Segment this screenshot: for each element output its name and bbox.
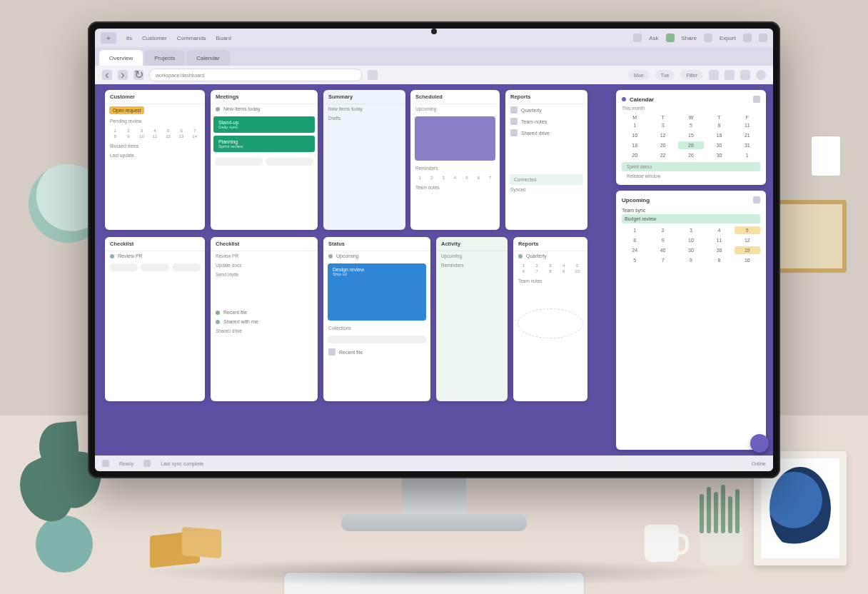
status-block-sub: Ship v2 <box>333 272 421 276</box>
card-backlog-left[interactable]: Checklist Review PR <box>105 237 205 401</box>
card-reports[interactable]: Reports Quarterly Team notes Shared driv… <box>505 90 587 230</box>
meeting-planning-sub: Sprint review <box>218 144 310 148</box>
toolbar-chip-1[interactable]: Mon <box>628 70 650 80</box>
chk-r1[interactable]: Recent file <box>211 308 318 317</box>
title-item-2[interactable]: Commands <box>177 35 206 41</box>
title-right-2[interactable]: Export <box>720 35 736 41</box>
bell-icon[interactable] <box>704 34 712 42</box>
activity-l1: Upcoming <box>436 251 508 261</box>
status-block[interactable]: Design review Ship v2 <box>328 263 426 321</box>
tab-calendar[interactable]: Calendar <box>186 50 229 66</box>
card-extra-title: Reports <box>513 237 587 251</box>
calendar-icon <box>622 97 626 101</box>
nav-fwd-icon[interactable]: › <box>118 70 128 80</box>
card-activity[interactable]: Activity Upcoming Reminders <box>436 237 508 401</box>
calendar-grid-2[interactable]: 12345 89101112 2440303819 579810 <box>622 226 760 264</box>
card-status-title: Status <box>323 237 430 251</box>
address-field[interactable]: workspace/dashboard <box>149 69 362 81</box>
menu-icon[interactable] <box>740 70 750 80</box>
toolbar-chip-3[interactable]: Filter <box>680 70 703 80</box>
card-scheduled-title: Scheduled <box>410 90 500 104</box>
fab-add-button[interactable] <box>750 434 769 453</box>
avatar-icon[interactable] <box>756 70 766 80</box>
card-extra[interactable]: Reports Quarterly 12345 678910 Team note… <box>513 237 587 401</box>
activity-l2: Reminders <box>436 261 508 270</box>
mini-calendar-3[interactable]: 12345 678910 <box>513 261 587 276</box>
mini-calendar-2[interactable]: 1234567 <box>410 173 500 183</box>
progress-ring <box>518 308 583 338</box>
nav-back-icon[interactable]: ‹ <box>102 70 112 80</box>
scheduled-l1: Upcoming <box>410 104 500 114</box>
meeting-standup[interactable]: Stand-up Daily sync <box>213 116 315 133</box>
tab-overview-label: Overview <box>109 55 133 61</box>
bl-row1[interactable]: Review PR <box>105 251 205 261</box>
card-summary-title: Summary <box>323 90 405 104</box>
title-right-0[interactable]: Ask <box>649 35 658 41</box>
folder-icon <box>510 118 518 125</box>
title-right-1[interactable]: Share <box>682 35 697 41</box>
chk-foot: Shared drive <box>211 326 318 336</box>
upcoming-r2[interactable]: Budget review <box>622 214 760 223</box>
cal-note-1[interactable]: Sprint demo <box>622 162 760 171</box>
card-backlog-left-title: Checklist <box>105 237 205 251</box>
tab-projects[interactable]: Projects <box>144 50 185 66</box>
plant-right <box>690 487 754 565</box>
toolbar-chip-2[interactable]: Tue <box>655 70 675 80</box>
chk-l2: Update docs <box>211 261 318 270</box>
card-customer-line1: Pending review <box>105 116 205 126</box>
card-checklist[interactable]: Checklist Review PR Update docs Send inv… <box>211 237 318 401</box>
meetings-pill-2[interactable] <box>266 158 313 166</box>
chk-l3: Send invite <box>211 270 318 279</box>
mini-calendar-1[interactable]: 1234567 891011121314 <box>105 126 205 141</box>
right-sidebar: Calendar This month MTWTF 135811 1012151… <box>616 90 766 450</box>
bl-pill2[interactable] <box>141 263 169 271</box>
gear-icon[interactable] <box>743 34 752 42</box>
calendar-weekdays: MTWTF <box>622 114 760 121</box>
meeting-planning-title: Planning <box>218 139 310 144</box>
app-screen: + its Customer Commands Board Ask Share … <box>95 29 773 471</box>
summary-l1: New items today <box>323 104 405 114</box>
title-item-1[interactable]: Customer <box>142 35 167 41</box>
card-customer[interactable]: Customer Open request Pending review 123… <box>105 90 205 230</box>
upcoming-card[interactable]: Upcoming Team sync Budget review 12345 8… <box>616 191 766 450</box>
user-icon[interactable] <box>666 34 675 42</box>
footer-f3: Online <box>752 461 766 466</box>
chk-l1: Review PR <box>211 251 318 261</box>
wall-note <box>811 136 841 176</box>
summary-l2: Drafts <box>323 114 405 123</box>
dashboard-canvas: Customer Open request Pending review 123… <box>95 84 773 471</box>
title-item-3[interactable]: Board <box>216 35 231 41</box>
toolbar: ‹ › ↻ workspace/dashboard Mon Tue Filter <box>95 66 773 84</box>
bl-pill1[interactable] <box>109 263 138 271</box>
upcoming-menu-icon[interactable] <box>753 196 760 203</box>
close-icon[interactable] <box>759 34 767 42</box>
chk-r2[interactable]: Shared with me <box>211 317 318 326</box>
extra-l1: Team notes <box>513 276 587 286</box>
new-tab-button[interactable]: + <box>101 32 116 44</box>
status-r2[interactable]: Recent file <box>323 346 430 358</box>
meetings-pill-1[interactable] <box>215 158 263 166</box>
reload-icon[interactable]: ↻ <box>133 70 143 80</box>
sync-icon <box>143 460 151 467</box>
reports-row2: Team notes <box>505 116 587 127</box>
calendar-menu-icon[interactable] <box>753 96 760 103</box>
window-titlebar: + its Customer Commands Board Ask Share … <box>95 29 773 47</box>
grid-icon[interactable] <box>709 70 719 80</box>
title-action-1[interactable] <box>633 34 642 42</box>
status-pill[interactable] <box>328 336 426 343</box>
calendar-grid-1[interactable]: 135811 1012151821 1820283031 202226301 <box>622 121 760 159</box>
calendar-card[interactable]: Calendar This month MTWTF 135811 1012151… <box>616 90 766 185</box>
card-status[interactable]: Status Upcoming Design review Ship v2 Co… <box>323 237 430 401</box>
meeting-planning[interactable]: Planning Sprint review <box>213 136 315 152</box>
more-icon[interactable] <box>725 70 735 80</box>
chip-open-request[interactable]: Open request <box>109 106 144 114</box>
card-summary[interactable]: Summary New items today Drafts <box>323 90 405 230</box>
refresh-icon[interactable] <box>368 70 378 80</box>
bl-pill3[interactable] <box>172 263 201 271</box>
card-scheduled[interactable]: Scheduled Upcoming Reminders 1234567 Tea… <box>410 90 500 230</box>
tab-overview[interactable]: Overview <box>99 50 143 66</box>
scheduled-l3: Team notes <box>410 183 500 192</box>
card-meetings[interactable]: Meetings New items today Stand-up Daily … <box>211 90 318 230</box>
upcoming-r1[interactable]: Team sync <box>622 206 760 214</box>
scheduled-block[interactable] <box>415 116 495 161</box>
